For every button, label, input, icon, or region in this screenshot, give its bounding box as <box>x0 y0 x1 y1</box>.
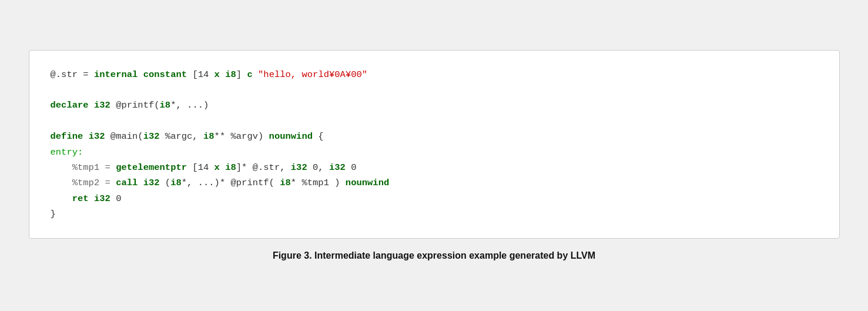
code-line-5: %tmp1 = getelementptr [14 x i8]* @.str, … <box>51 160 818 175</box>
code-content: @.str = internal constant [14 x i8] c "h… <box>51 67 818 222</box>
code-line-4: entry: <box>51 145 818 160</box>
figure-caption: Figure 3. Intermediate language expressi… <box>273 250 595 261</box>
code-line-1: @.str = internal constant [14 x i8] c "h… <box>51 67 818 82</box>
code-block: @.str = internal constant [14 x i8] c "h… <box>29 50 840 239</box>
code-line-blank1 <box>51 82 818 98</box>
code-line-3: define i32 @main(i32 %argc, i8** %argv) … <box>51 129 818 144</box>
main-container: @.str = internal constant [14 x i8] c "h… <box>29 50 840 261</box>
code-line-blank2 <box>51 113 818 129</box>
code-line-8: } <box>51 206 818 222</box>
code-line-7: ret i32 0 <box>51 191 818 206</box>
code-line-6: %tmp2 = call i32 (i8*, ...)* @printf( i8… <box>51 175 818 190</box>
code-line-2: declare i32 @printf(i8*, ...) <box>51 98 818 113</box>
